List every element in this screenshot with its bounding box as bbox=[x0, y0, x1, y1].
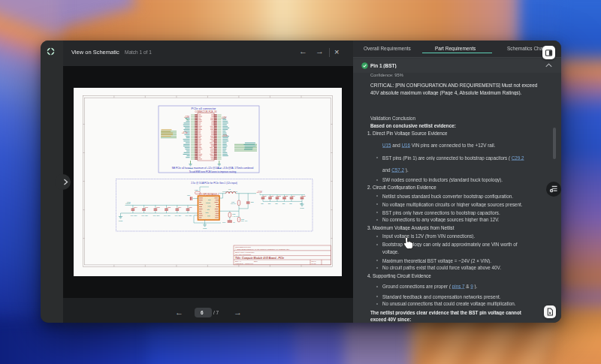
svg-text:C58: C58 bbox=[250, 201, 254, 203]
svg-text:GND: GND bbox=[119, 220, 123, 222]
svg-text:C54: C54 bbox=[178, 206, 182, 209]
svg-text:C55: C55 bbox=[189, 206, 192, 209]
svg-text:C52: C52 bbox=[156, 206, 160, 209]
svg-text:Date:: Date: bbox=[254, 260, 258, 262]
svg-text:U15 MPQ8633AGLE-Z: U15 MPQ8633AGLE-Z bbox=[199, 193, 219, 196]
svg-text:GND: GND bbox=[203, 227, 207, 230]
svg-text:To aid EMI tune PCB lanes to i: To aid EMI tune PCB lanes to improve rou… bbox=[189, 170, 237, 173]
svg-text:Title: Compute Module 4 IO Boa: Title: Compute Module 4 IO Board - PCIe bbox=[235, 257, 284, 260]
svg-text:Sheet: /PCIe-x4connector/: Sheet: /PCIe-x4connector/ bbox=[235, 251, 255, 253]
svg-text:R22: R22 bbox=[195, 189, 198, 191]
svg-text:CONNECTOR_PCIE_X4: CONNECTOR_PCIE_X4 bbox=[195, 110, 217, 113]
svg-text:+12V: +12V bbox=[222, 116, 227, 119]
svg-text:GND: GND bbox=[300, 207, 304, 209]
svg-text:1000uH/4.5A 1210: 1000uH/4.5A 1210 bbox=[222, 191, 237, 193]
svg-text:NB PCIe x4 havea a maximum of: NB PCIe x4 havea a maximum of +12v @10A … bbox=[172, 167, 254, 170]
svg-text:R26: R26 bbox=[231, 201, 235, 203]
svg-text:Rev 1: Rev 1 bbox=[312, 260, 317, 262]
svg-text:+12V: +12V bbox=[184, 116, 189, 119]
svg-text:File: PCIe-kit-pub.sch: File: PCIe-kit-pub.sch bbox=[235, 254, 252, 255]
svg-text:C24: C24 bbox=[187, 194, 191, 197]
svg-text:+3.3v: +3.3v bbox=[222, 134, 228, 137]
svg-text:47k 1%: 47k 1% bbox=[231, 203, 237, 204]
svg-text:C53: C53 bbox=[168, 206, 171, 209]
svg-text:www.raspberrypi.com: www.raspberrypi.com bbox=[235, 246, 251, 248]
svg-text:R28: R28 bbox=[232, 213, 236, 215]
svg-text:C51: C51 bbox=[145, 206, 149, 209]
svg-text:© 2020-2022 Raspberry Pi Ltd (: © 2020-2022 Raspberry Pi Ltd (formerly R… bbox=[235, 248, 290, 251]
svg-text:C61: C61 bbox=[222, 221, 226, 223]
svg-text:2.5v @ 3.0A PCIe for PCIe Gen.: 2.5v @ 3.0A PCIe for PCIe Gen.1 (12v inp… bbox=[191, 182, 237, 185]
svg-text:Size: A4: Size: A4 bbox=[235, 260, 242, 262]
svg-text:C50: C50 bbox=[134, 206, 137, 209]
svg-text:+12V: +12V bbox=[125, 202, 131, 205]
svg-text:Id: 6/7: Id: 6/7 bbox=[312, 263, 317, 264]
svg-text:+2.5V: +2.5V bbox=[257, 191, 263, 194]
svg-text:4.7k 1%: 4.7k 1% bbox=[232, 215, 238, 217]
svg-text:PCIe x4 connector: PCIe x4 connector bbox=[192, 107, 217, 110]
svg-text:+3.3v: +3.3v bbox=[182, 131, 188, 134]
svg-text:R30: R30 bbox=[241, 218, 245, 220]
svg-text:KiCad E.D.A. kicad 6.0.8: KiCad E.D.A. kicad 6.0.8 bbox=[235, 263, 254, 264]
